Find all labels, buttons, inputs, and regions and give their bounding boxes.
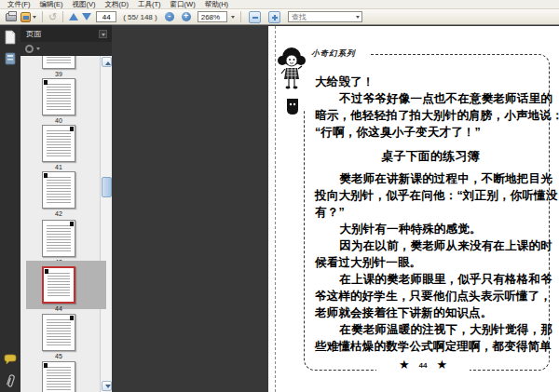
text-line: 大给毁了！ <box>315 74 546 90</box>
thumbnail-figure-marker <box>44 80 48 85</box>
toolbar-separator <box>240 11 241 22</box>
page-up-icon <box>69 13 78 20</box>
page-thumbnail[interactable] <box>42 78 75 115</box>
panel-title: 页面 <box>20 29 99 39</box>
previous-page-button[interactable] <box>69 10 78 23</box>
zoom-out-icon: - <box>165 12 174 21</box>
fit-page-button[interactable] <box>266 10 282 23</box>
sidebar-scrollbar[interactable] <box>100 56 112 392</box>
menu-item[interactable]: 文件(F) <box>3 0 35 9</box>
page-text: 大给毁了！不过爷爷好像一点也不在意樊老师话里的暗示，他轻轻拍了拍大别针的肩膀，小… <box>315 74 546 355</box>
pages-panel-button[interactable] <box>4 30 17 45</box>
print-button[interactable] <box>6 10 17 23</box>
page-thumbnail[interactable] <box>42 125 75 162</box>
panel-header: 页面 <box>20 25 112 42</box>
comments-panel-button[interactable] <box>4 353 17 368</box>
star-icon: ★ <box>399 358 410 372</box>
menu-bar: 文件(F)编辑(E)视图(V)文档(D)工具(T)窗口(W)帮助(H) <box>0 0 559 9</box>
print-icon <box>6 13 17 21</box>
zoom-out-button[interactable]: - <box>163 10 176 23</box>
document-view[interactable]: 小奇幻系列 大给毁了！不过爷爷好像一点也不在意樊老师话里的暗示，他轻轻拍了拍大别… <box>112 25 559 392</box>
next-page-button[interactable] <box>82 10 91 23</box>
page-footer: ★ 44 ★ <box>376 357 470 373</box>
zoom-in-button[interactable]: + <box>180 10 193 23</box>
toolbar-separator <box>62 11 63 22</box>
toolbar-separator <box>42 11 43 22</box>
fit-page-icon <box>268 11 280 23</box>
thumbnail-page-number: 44 <box>20 305 97 312</box>
text-line: 樊老师在讲新课的过程中，不断地把目光 <box>315 170 546 187</box>
thumbnail-page-number: 45 <box>20 353 97 359</box>
thumbnail-figure-marker <box>44 363 48 368</box>
export-button[interactable] <box>20 10 36 23</box>
thumbnail-figure-marker <box>70 316 74 320</box>
navigation-icon-strip <box>0 25 20 392</box>
text-line: 候看过大别针一眼。 <box>315 254 546 271</box>
section-heading: 桌子下面的练习簿 <box>315 148 546 165</box>
series-title: 小奇幻系列 <box>311 48 356 60</box>
text-line: 不过爷爷好像一点也不在意樊老师话里的 <box>315 90 546 107</box>
bookmarks-panel-button[interactable] <box>4 51 17 66</box>
thumbnail-page-number: 40 <box>20 117 97 124</box>
thumbnail-figure-marker <box>70 127 74 131</box>
star-icon: ★ <box>436 358 447 372</box>
bookmarks-icon <box>4 51 17 66</box>
text-line: “行啊，你这臭小子变天才了！” <box>315 124 546 141</box>
pages-panel: 页面 3940414243444546 <box>20 25 112 392</box>
text-line: 老师就会接着往下讲新的知识点。 <box>315 304 546 321</box>
attachments-panel-button[interactable] <box>4 372 17 387</box>
thumbnail-list: 3940414243444546 <box>20 56 112 392</box>
undo-icon: ↺ <box>48 12 57 22</box>
fit-width-button[interactable] <box>247 10 263 23</box>
zoom-level-select[interactable]: 268% <box>198 11 227 22</box>
page-thumbnail[interactable] <box>42 314 75 351</box>
menu-item[interactable]: 文档(D) <box>101 0 133 9</box>
chevron-down-icon <box>231 16 235 19</box>
pdf-reader-window: 文件(F)编辑(E)视图(V)文档(D)工具(T)窗口(W)帮助(H) ↺ ( … <box>0 0 559 392</box>
menu-item[interactable]: 视图(V) <box>68 0 101 9</box>
undo-button[interactable]: ↺ <box>48 10 57 23</box>
page-thumbnail[interactable] <box>42 171 75 209</box>
scroll-up-icon[interactable] <box>102 57 112 67</box>
page-number-input[interactable] <box>96 11 116 22</box>
fit-width-icon <box>249 11 261 23</box>
pages-icon <box>4 30 17 45</box>
thumbnail-figure-marker <box>44 173 48 178</box>
zoom-dropdown-button[interactable] <box>229 10 235 23</box>
page-down-icon <box>82 13 91 20</box>
menu-item[interactable]: 帮助(H) <box>200 0 233 9</box>
book-page: 小奇幻系列 大给毁了！不过爷爷好像一点也不在意樊老师话里的暗示，他轻轻拍了拍大别… <box>268 26 559 392</box>
menu-item[interactable]: 编辑(E) <box>35 0 68 9</box>
page-thumbnail[interactable] <box>42 266 75 304</box>
page-thumbnail[interactable] <box>42 220 75 257</box>
comment-stamp-icon <box>4 353 17 366</box>
text-line: 在上课的樊老师眼里，似乎只有格格和爷 <box>315 271 546 288</box>
menu-item[interactable]: 窗口(W) <box>166 0 200 9</box>
page-thumbnail[interactable] <box>42 56 75 69</box>
thumbnail-page-number: 39 <box>20 71 97 77</box>
chevron-down-icon <box>356 16 360 19</box>
text-line: 爷这样的好学生，只要他们点头表示听懂了， <box>315 288 546 304</box>
page-count-label: ( 55/ 148 ) <box>123 13 157 21</box>
gear-icon[interactable] <box>25 45 34 53</box>
paperclip-icon <box>4 372 17 389</box>
thumbnail-figure-marker <box>70 222 74 226</box>
chevron-down-icon <box>33 16 36 19</box>
panel-options-icon[interactable] <box>99 30 107 38</box>
text-line: 在樊老师温暖的注视下，大别针觉得，那 <box>315 321 546 338</box>
thumbnail-page-number: 42 <box>20 210 97 217</box>
scrollbar-thumb[interactable] <box>102 177 112 197</box>
menu-item[interactable]: 工具(T) <box>133 0 166 9</box>
chevron-down-icon[interactable] <box>36 47 40 50</box>
panel-toolbar <box>20 42 112 56</box>
text-line: 暗示，他轻轻拍了拍大别针的肩膀，小声地说： <box>315 107 546 124</box>
text-line: 些难懂枯燥的数学公式啊定理啊，都变得简单 <box>315 338 546 355</box>
scroll-down-icon[interactable] <box>102 381 112 391</box>
search-input[interactable] <box>289 13 354 21</box>
zoom-in-icon: + <box>182 12 191 21</box>
page-number-label: 44 <box>419 361 428 370</box>
text-line: 因为在以前，樊老师从来没有在上课的时 <box>315 237 546 254</box>
cartoon-girl-illustration <box>276 47 307 127</box>
page-thumbnail[interactable] <box>42 361 75 392</box>
search-box <box>288 11 362 22</box>
